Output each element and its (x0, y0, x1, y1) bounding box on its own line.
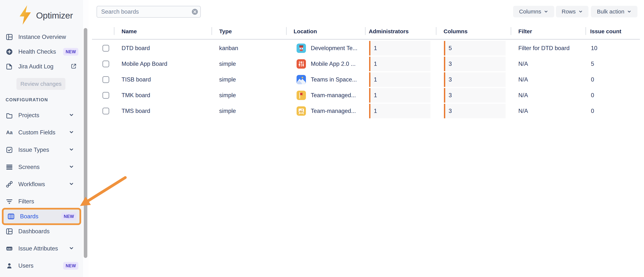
chevron-down-icon (69, 164, 74, 170)
chevron-down-icon (69, 130, 74, 136)
header-divider (212, 27, 212, 35)
administrators-cell: 1 (369, 57, 430, 71)
board-name: DTD board (122, 40, 150, 56)
board-filter: N/A (518, 103, 528, 119)
workflow-chain-icon (6, 180, 13, 188)
columns-cell: 3 (444, 57, 506, 71)
header-divider (286, 27, 287, 35)
columns-cell: 3 (444, 72, 506, 87)
board-location: Teams in Space... (311, 72, 357, 88)
board-type: simple (219, 72, 236, 88)
column-header-filter: Filter (518, 28, 532, 35)
checkbox-check-icon (6, 146, 13, 154)
row-checkbox[interactable] (102, 76, 109, 83)
rows-button-label: Rows (562, 8, 576, 15)
administrators-cell: 1 (369, 104, 430, 118)
svg-text:ABC: ABC (7, 248, 12, 250)
columns-cell: 3 (444, 104, 506, 118)
app-title: Optimizer (36, 10, 73, 20)
board-location: Mobile App 2.0 ... (311, 56, 356, 72)
board-location: Development Te... (311, 40, 357, 56)
sidebar-item-dashboards[interactable]: Dashboards (0, 224, 83, 239)
administrators-cell: 1 (369, 72, 430, 87)
sidebar-item-label: Custom Fields (18, 129, 55, 136)
rows-button[interactable]: Rows (556, 6, 588, 18)
header-divider (365, 27, 366, 35)
sidebar-item-label: Issue Types (18, 146, 49, 153)
dashboard-layout-icon (6, 228, 13, 235)
sidebar-item-label: Users (18, 262, 34, 269)
sidebar-item-boards-selected[interactable]: Boards NEW (2, 208, 81, 225)
sidebar-item-label: Boards (20, 213, 38, 220)
chevron-down-icon (627, 9, 632, 14)
sidebar-item-label: Issue Attributes (18, 245, 58, 252)
bulk-action-button-label: Bulk action (597, 8, 624, 15)
project-avatar-mountains-icon (296, 75, 306, 84)
sidebar-item-custom-fields[interactable]: Aa Custom Fields (0, 125, 83, 140)
column-header-type: Type (219, 28, 232, 35)
text-aa-icon: Aa (6, 129, 13, 136)
clear-search-icon[interactable] (192, 8, 198, 15)
search-box (96, 6, 201, 18)
table-row[interactable]: TMK board simple Team-managed... 1 3 N/A… (0, 88, 644, 103)
table-row[interactable]: TISB board simple Teams in Space... 1 3 … (0, 72, 644, 88)
svg-text:Aa: Aa (6, 130, 13, 135)
table-row[interactable]: Mobile App Board simple Mobile App 2.0 .… (0, 56, 644, 72)
row-checkbox[interactable] (102, 60, 109, 67)
sidebar-item-label: Workflows (18, 181, 45, 188)
administrators-cell: 1 (369, 41, 430, 56)
issue-count: 5 (591, 56, 594, 72)
row-checkbox[interactable] (102, 92, 109, 99)
board-type: simple (219, 103, 236, 119)
board-name: TMK board (122, 88, 150, 103)
sidebar-item-label: Dashboards (18, 228, 50, 235)
row-checkbox[interactable] (102, 45, 109, 52)
new-badge: NEW (61, 213, 76, 220)
board-name: TISB board (122, 72, 151, 88)
sidebar-item-users[interactable]: Users NEW (0, 258, 83, 274)
board-location: Team-managed... (311, 88, 356, 103)
lightning-bolt-icon (18, 5, 33, 26)
header-divider (436, 27, 436, 35)
board-location: Team-managed... (311, 103, 356, 119)
board-columns-icon (7, 213, 15, 220)
issue-count: 0 (591, 72, 594, 88)
board-type: kanban (219, 40, 238, 56)
header-divider (511, 27, 511, 35)
board-type: simple (219, 88, 236, 103)
project-avatar-flag-icon (296, 91, 306, 100)
table-row[interactable]: DTD board kanban Development Te... 1 5 F… (0, 40, 644, 56)
row-checkbox[interactable] (102, 108, 109, 114)
board-filter: N/A (518, 56, 528, 72)
column-header-location: Location (294, 28, 317, 35)
chevron-down-icon (69, 246, 74, 252)
project-avatar-coffee-cup-icon (296, 44, 306, 53)
header-divider (114, 27, 114, 35)
column-header-administrators: Administrators (369, 28, 408, 35)
issue-count: 10 (591, 40, 597, 56)
columns-button-label: Columns (519, 8, 541, 15)
sidebar-item-screens[interactable]: Screens (0, 159, 83, 175)
layout-icon (6, 33, 13, 41)
chevron-down-icon (69, 181, 74, 187)
sidebar-item-issue-attributes[interactable]: ABC Issue Attributes (0, 241, 83, 256)
sidebar-item-issue-types[interactable]: Issue Types (0, 142, 83, 158)
header-divider (586, 27, 586, 35)
bulk-action-button[interactable]: Bulk action (591, 6, 638, 18)
columns-cell: 3 (444, 88, 506, 102)
table-row[interactable]: TMS board simple Team-managed... 1 3 N/A… (0, 103, 644, 119)
sidebar-item-workflows[interactable]: Workflows (0, 176, 83, 192)
board-name: Mobile App Board (122, 56, 167, 72)
sidebar-item-label: Instance Overview (18, 34, 66, 40)
board-type: simple (219, 56, 236, 72)
sidebar-item-label: Filters (18, 198, 34, 205)
app-logo: Optimizer (18, 5, 73, 26)
column-header-columns: Columns (444, 28, 468, 35)
filter-icon (6, 198, 13, 205)
search-input[interactable] (96, 6, 201, 18)
project-avatar-billboard-icon (296, 106, 306, 116)
columns-button[interactable]: Columns (513, 6, 554, 18)
sidebar-item-filters[interactable]: Filters (0, 194, 83, 209)
board-filter: N/A (518, 88, 528, 103)
administrators-cell: 1 (369, 88, 430, 102)
